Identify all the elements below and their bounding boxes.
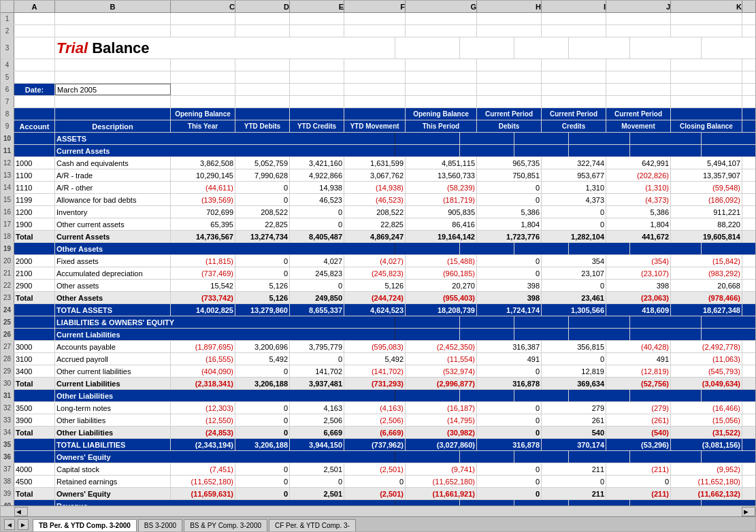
tab-cf[interactable]: CF Per. & YTD Comp. 3- — [269, 519, 356, 531]
current-liabilities-section: Current Liabilities — [55, 329, 395, 340]
sheet-tabs: ◄ ► TB Per. & YTD Comp. 3-2000 BS 3-2000… — [1, 516, 755, 531]
row-6: 6 Date: March 2005 — [1, 84, 755, 96]
row-8: 8 Opening Balance Opening Balance Curren… — [1, 108, 755, 120]
row-39: 39 Total Owners' Equity (11,659,631) 0 2… — [1, 488, 755, 500]
title-balance: Balance — [88, 39, 150, 57]
col-h-header: H — [477, 1, 542, 12]
sheet-body: 1 2 — [1, 13, 755, 505]
row-3: 3 Trial Balance — [1, 37, 755, 59]
row-12: 12 1000 Cash and equivalents 3,862,508 5… — [1, 157, 755, 169]
row-19: 19 Other Assets — [1, 243, 755, 255]
row-7: 7 — [1, 96, 755, 108]
tab-prev-btn[interactable]: ◄ — [4, 519, 15, 530]
date-value[interactable]: March 2005 — [55, 84, 171, 95]
row-29: 29 3400 Other current liabilities (404,0… — [1, 365, 755, 378]
assets-section: ASSETS — [55, 133, 395, 144]
col-e-header: E — [290, 1, 344, 12]
horizontal-scrollbar[interactable]: ◄ ► — [1, 505, 755, 516]
tab-bs-py[interactable]: BS & PY Comp. 3-2000 — [184, 519, 267, 531]
row-35: 35 TOTAL LIABILITIES (2,343,194) 3,206,1… — [1, 439, 755, 451]
row-38: 38 4500 Retained earnings (11,652,180) 0… — [1, 476, 755, 488]
row-22: 22 2900 Other assets 15,542 5,126 0 5,12… — [1, 280, 755, 292]
header-opening-balance: Opening Balance — [171, 108, 235, 120]
row-11: 11 Current Assets — [1, 145, 755, 157]
row-27: 27 3000 Accounts payable (1,897,695) 3,2… — [1, 341, 755, 353]
row-32: 32 3500 Long-term notes (12,303) 0 4,163… — [1, 402, 755, 414]
title-cell: Trial Balance — [55, 37, 395, 59]
row-36: 36 Owners' Equity — [1, 451, 755, 463]
header-current-debits: Current Period — [477, 108, 542, 120]
row-31: 31 Other Liabilities — [1, 390, 755, 402]
scroll-left-btn[interactable]: ◄ — [14, 507, 28, 516]
col-j-header: J — [606, 1, 671, 12]
row-24: 24 TOTAL ASSETS 14,002,825 13,279,860 8,… — [1, 304, 755, 316]
revenue-section: Revenue — [55, 500, 395, 505]
tab-bs[interactable]: BS 3-2000 — [138, 519, 182, 531]
total-assets: TOTAL ASSETS — [55, 304, 171, 316]
row-13: 13 1100 A/R - trade 10,290,145 7,990,628… — [1, 169, 755, 182]
title-trial: Trial — [56, 39, 88, 57]
row-17: 17 1900 Other current assets 65,395 22,8… — [1, 218, 755, 231]
col-k-header: K — [671, 1, 742, 12]
header-current-credits: Current Period — [542, 108, 606, 120]
spreadsheet: A B C D E F G H I J K 1 2 — [0, 0, 756, 532]
date-label: Date: — [14, 84, 55, 95]
header-current-movement: Current Period — [606, 108, 671, 120]
row-37: 37 4000 Capital stock (7,451) 0 2,501 (2… — [1, 463, 755, 476]
other-liabilities-section: Other Liabilities — [55, 390, 395, 401]
row-30: 30 Total Current Liabilities (2,318,341)… — [1, 378, 755, 390]
header-description: Description — [55, 120, 171, 132]
col-b-header: B — [55, 1, 171, 12]
tab-tb-ytd[interactable]: TB Per. & YTD Comp. 3-2000 — [33, 519, 137, 531]
corner-cell — [1, 1, 14, 12]
row-14: 14 1110 A/R - other (44,611) 0 14,938 (1… — [1, 182, 755, 194]
row-5: 5 — [1, 71, 755, 84]
current-assets-section: Current Assets — [55, 145, 395, 156]
row-18: 18 Total Current Assets 14,736,567 13,27… — [1, 231, 755, 243]
row-10: 10 ASSETS — [1, 133, 755, 145]
row-33: 33 3900 Other liabilities (12,550) 0 2,5… — [1, 414, 755, 427]
col-scroll — [742, 1, 756, 12]
col-a-header: A — [14, 1, 55, 12]
owners-equity-section: Owners' Equity — [55, 451, 395, 463]
col-f-header: F — [344, 1, 406, 12]
row-16: 16 1200 Inventory 702,699 208,522 0 208,… — [1, 206, 755, 218]
row-15: 15 1199 Allowance for bad debts (139,569… — [1, 194, 755, 206]
row-2: 2 — [1, 25, 755, 37]
header-opening-period: Opening Balance — [406, 108, 477, 120]
header-ytd-credits — [290, 108, 344, 120]
row-28: 28 3100 Accrued payroll (16,555) 5,492 0… — [1, 353, 755, 365]
tab-next-btn[interactable]: ► — [18, 519, 29, 530]
row-1: 1 — [1, 13, 755, 25]
header-ytd-movement — [344, 108, 406, 120]
row-40: 40 Revenue — [1, 500, 755, 505]
row-26: 26 Current Liabilities — [1, 329, 755, 341]
scroll-right-btn[interactable]: ► — [742, 507, 755, 516]
col-c-header: C — [171, 1, 235, 12]
row-9: 9 Account Description This Year YTD Debi… — [1, 120, 755, 133]
col-i-header: I — [542, 1, 606, 12]
header-account: Account — [14, 120, 55, 132]
col-header-row: A B C D E F G H I J K — [1, 1, 755, 13]
other-assets-section: Other Assets — [55, 243, 395, 254]
liabilities-section: LIABILITIES & OWNERS' EQUITY — [55, 316, 395, 328]
header-closing — [671, 108, 742, 120]
col-d-header: D — [235, 1, 290, 12]
row-25: 25 LIABILITIES & OWNERS' EQUITY — [1, 316, 755, 329]
row-23: 23 Total Other Assets (733,742) 5,126 24… — [1, 292, 755, 304]
row-34: 34 Total Other Liabilities (24,853) 0 6,… — [1, 427, 755, 439]
row-20: 20 2000 Fixed assets (11,815) 0 4,027 (4… — [1, 255, 755, 267]
row-4: 4 — [1, 59, 755, 71]
total-liabilities: TOTAL LIABILITIES — [55, 439, 171, 450]
header-ytd-debits — [235, 108, 290, 120]
row-21: 21 2100 Accumulated depreciation (737,46… — [1, 267, 755, 280]
col-g-header: G — [406, 1, 477, 12]
